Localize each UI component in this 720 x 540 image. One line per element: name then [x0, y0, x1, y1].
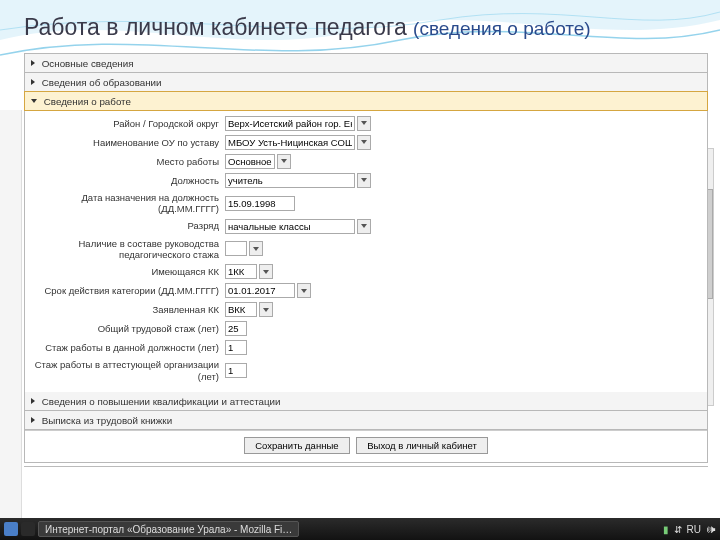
save-button[interactable]: Сохранить данные: [244, 437, 349, 454]
taskbar-window-title: Интернет-портал «Образование Урала» - Mo…: [45, 524, 292, 535]
mgmt-input[interactable]: [225, 241, 247, 256]
tray-updown-icon[interactable]: ⇵: [674, 524, 682, 535]
dropdown-icon[interactable]: [357, 219, 371, 234]
dropdown-icon[interactable]: [277, 154, 291, 169]
section-label: Сведения о повышении квалификации и атте…: [42, 396, 281, 407]
field-district: Район / Городской округ: [25, 114, 707, 133]
work-info-form: Район / Городской округ Наименование ОУ …: [25, 110, 707, 392]
dropdown-icon[interactable]: [357, 135, 371, 150]
dropdown-icon[interactable]: [357, 116, 371, 131]
field-mgmt: Наличие в составе руководства педагогиче…: [25, 236, 707, 263]
taskbar: Интернет-портал «Образование Урала» - Mo…: [0, 518, 720, 540]
field-position: Должность: [25, 171, 707, 190]
dropdown-icon[interactable]: [259, 302, 273, 317]
attest-exp-input[interactable]: [225, 363, 247, 378]
dropdown-icon[interactable]: [249, 241, 263, 256]
district-input[interactable]: [225, 116, 355, 131]
section-label: Выписка из трудовой книжки: [42, 415, 172, 426]
field-category: Имеющаяся КК: [25, 262, 707, 281]
field-cat-date: Срок действия категории (ДД.ММ.ГГГГ): [25, 281, 707, 300]
dropdown-icon[interactable]: [297, 283, 311, 298]
field-workplace: Место работы: [25, 152, 707, 171]
taskbar-window-button[interactable]: Интернет-портал «Образование Урала» - Mo…: [38, 521, 299, 537]
org-name-input[interactable]: [225, 135, 355, 150]
workplace-input[interactable]: [225, 154, 275, 169]
dropdown-icon[interactable]: [357, 173, 371, 188]
field-total-exp: Общий трудовой стаж (лет): [25, 319, 707, 338]
chevron-right-icon: [31, 60, 35, 66]
chevron-right-icon: [31, 417, 35, 423]
tray-network-icon[interactable]: ▮: [663, 524, 669, 535]
req-cat-input[interactable]: [225, 302, 257, 317]
section-basic-info[interactable]: Основные сведения: [25, 54, 707, 73]
field-org-name: Наименование ОУ по уставу: [25, 133, 707, 152]
chevron-down-icon: [31, 99, 37, 103]
tray-speaker-icon[interactable]: 🕪: [706, 524, 716, 535]
start-date-input[interactable]: [225, 196, 295, 211]
category-input[interactable]: [225, 264, 257, 279]
taskbar-app-icon[interactable]: [21, 522, 35, 536]
page-title: Работа в личном кабинете педагога (сведе…: [0, 0, 720, 49]
field-pos-exp: Стаж работы в данной должности (лет): [25, 338, 707, 357]
section-label: Основные сведения: [42, 58, 134, 69]
chevron-right-icon: [31, 79, 35, 85]
divider: [24, 466, 708, 467]
section-work-record[interactable]: Выписка из трудовой книжки: [25, 411, 707, 430]
button-row: Сохранить данные Выход в личный кабинет: [25, 430, 707, 462]
system-tray: ▮ ⇵ RU 🕪: [663, 524, 716, 535]
section-education[interactable]: Сведения об образовании: [25, 73, 707, 92]
field-attest-exp: Стаж работы в аттестующей организации (л…: [25, 357, 707, 384]
dropdown-icon[interactable]: [259, 264, 273, 279]
form-panel: Основные сведения Сведения об образовани…: [24, 53, 708, 463]
section-work-info[interactable]: Сведения о работе: [24, 91, 708, 111]
field-start-date: Дата назначения на должность (ДД.ММ.ГГГГ…: [25, 190, 707, 217]
exit-button[interactable]: Выход в личный кабинет: [356, 437, 488, 454]
tray-lang[interactable]: RU: [687, 524, 701, 535]
rate-input[interactable]: [225, 219, 355, 234]
field-req-cat: Заявленная КК: [25, 300, 707, 319]
position-input[interactable]: [225, 173, 355, 188]
field-rate: Разряд: [25, 217, 707, 236]
pos-exp-input[interactable]: [225, 340, 247, 355]
cat-date-input[interactable]: [225, 283, 295, 298]
taskbar-app-icon[interactable]: [4, 522, 18, 536]
section-qualification[interactable]: Сведения о повышении квалификации и атте…: [25, 392, 707, 411]
left-gutter: [0, 110, 22, 518]
chevron-right-icon: [31, 398, 35, 404]
section-label: Сведения об образовании: [42, 77, 162, 88]
section-label: Сведения о работе: [44, 96, 131, 107]
total-exp-input[interactable]: [225, 321, 247, 336]
